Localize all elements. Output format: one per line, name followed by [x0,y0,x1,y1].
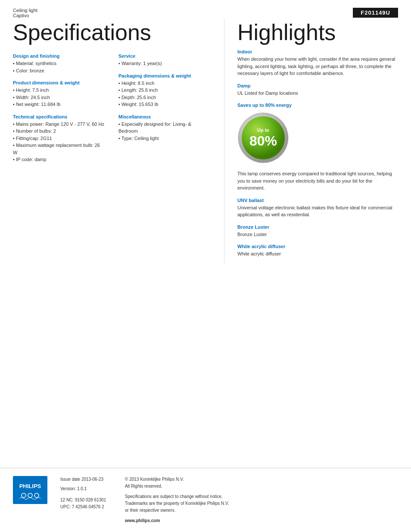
spec-item: IP code: damp [13,156,106,163]
website-url: www.philips.com [125,517,398,524]
disclaimer: Specifications are subject to change wit… [125,493,398,514]
spec-section-design: Design and finishing Material: synthetic… [13,53,106,74]
design-title: Design and finishing [13,53,106,59]
energy-title: Saves up to 80% energy [237,103,398,108]
spec-item: Fitting/cap: 2G11 [13,135,106,142]
issue-date: Issue date 2013-06-23 [60,476,116,483]
spec-section-service: Service Warranty: 1 year(s) [118,53,211,67]
spec-item: Warranty: 1 year(s) [118,60,211,67]
spec-item: Especially designed for: Living- & Bedro… [118,121,211,135]
indoor-text: When decorating your home with light, co… [237,56,398,77]
energy-badge-svg: Up to 80% [237,112,289,164]
dimensions-title: Product dimensions & weight [13,80,106,85]
spec-item: Color: bronze [13,67,106,75]
model-badge: F201149U [353,8,398,18]
ballast-text: Universal voltage electronic ballast mak… [237,204,398,218]
spec-section-packaging: Packaging dimensions & weight Height: 8.… [118,73,211,108]
highlight-damp: Damp UL Listed for Damp locations [237,83,398,97]
footer-info: Issue date 2013-06-23 Version: 1.0.1 12 … [60,476,398,524]
page-title: Specifications [13,20,211,45]
diffuser-text: White acrylic diffuser [237,250,398,258]
technical-title: Technical specifications [13,114,106,119]
page: Ceiling light Captivo F201149U Specifica… [0,0,411,532]
spec-section-technical: Technical specifications Mains power: Ra… [13,114,106,163]
spec-item: Weight: 15.653 lb [118,101,211,108]
highlight-diffuser: White acrylic diffuser White acrylic dif… [237,244,398,258]
svg-text:Up to: Up to [257,128,269,133]
product-category: Ceiling light [13,8,37,13]
indoor-title: Indoor [237,49,398,54]
packaging-title: Packaging dimensions & weight [118,73,211,78]
spec-item: Height: 8.5 inch [118,80,211,87]
svg-text:PHILIPS: PHILIPS [19,483,41,489]
copyright: © 2013 Koninklijke Philips N.V. All Righ… [125,476,398,490]
misc-title: Miscellaneous [118,114,211,119]
damp-title: Damp [237,83,398,88]
bronze-text: Bronze Luster [237,231,398,238]
svg-rect-4 [13,476,47,504]
highlight-energy: Saves up to 80% energy [237,103,398,192]
spec-section-dimensions: Product dimensions & weight Height: 7.5 … [13,80,106,108]
service-title: Service [118,53,211,59]
highlight-indoor: Indoor When decorating your home with li… [237,49,398,77]
header: Ceiling light Captivo F201149U [0,0,411,18]
spec-item: Type: Ceiling light [118,135,211,142]
column-divider [224,18,224,264]
spec-item: Net weight: 11.684 lb [13,101,106,108]
highlights-column: Highlights Indoor When decorating your h… [229,18,398,264]
spec-item: Width: 24.5 inch [13,94,106,101]
spec-item: Maximum wattage replacement bulb: 26 W [13,142,106,156]
highlight-bronze: Bronze Luster Bronze Luster [237,224,398,238]
ballast-title: UNV ballast [237,198,398,203]
spec-item: Mains power: Range 120 V - 277 V, 60 Hz [13,121,106,128]
product-name: Captivo [13,13,37,18]
spec-item: Depth: 25.6 inch [118,94,211,101]
spec-item: Length: 25.6 inch [118,87,211,94]
main-content: Specifications Design and finishing Mate… [0,18,411,264]
energy-badge-container: Up to 80% [237,112,398,164]
spec-item: Number of bulbs: 2 [13,128,106,135]
damp-text: UL Listed for Damp locations [237,90,398,97]
footer-right: © 2013 Koninklijke Philips N.V. All Righ… [125,476,398,524]
spec-section-misc: Miscellaneous Especially designed for: L… [118,114,211,142]
product-info: Ceiling light Captivo [13,8,37,18]
diffuser-title: White acrylic diffuser [237,244,398,249]
bronze-title: Bronze Luster [237,224,398,230]
svg-text:80%: 80% [249,133,277,149]
specs-right-sub: Service Warranty: 1 year(s) Packaging di… [118,53,211,169]
energy-text: This lamp conserves energy compared to t… [237,170,398,192]
specs-two-col: Design and finishing Material: synthetic… [13,53,211,169]
version: Version: 1.0.1 [60,485,116,492]
specs-left-sub: Design and finishing Material: synthetic… [13,53,106,169]
specs-column: Specifications Design and finishing Mate… [13,18,220,264]
footer-left: Issue date 2013-06-23 Version: 1.0.1 12 … [60,476,116,524]
footer: PHILIPS Issue date 2013-06-23 Version: 1… [0,468,411,532]
highlight-ballast: UNV ballast Universal voltage electronic… [237,198,398,218]
highlights-title: Highlights [237,20,398,45]
spec-item: Material: synthetics [13,60,106,67]
spec-item: Height: 7.5 inch [13,87,106,94]
philips-logo: PHILIPS [13,476,47,504]
nc-upc: 12 NC: 9150 028 61301 UPC: 7 42546 04576… [60,497,116,510]
